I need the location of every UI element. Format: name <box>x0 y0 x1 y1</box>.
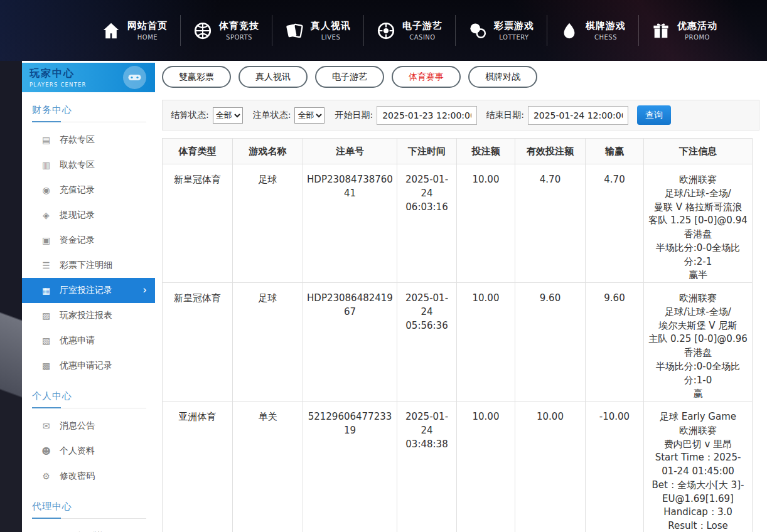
settle-status-label: 结算状态: <box>171 110 209 121</box>
main-content: 雙赢彩票 真人视讯 电子游艺 体育赛事 棋牌对战 结算状态: 全部 注单状态: … <box>162 61 759 532</box>
cell-bet-info: 欧洲联赛 足球/让球-全场/ 曼联 V 格拉斯哥流浪 客队 1.25 [0-0]… <box>644 164 753 283</box>
personal-menu: ✉ 消息公告 ☻ 个人资料 ⚙ 修改密码 <box>22 413 155 489</box>
sidebar-item-messages[interactable]: ✉ 消息公告 <box>22 413 155 439</box>
nav-label-lottery: 彩票游戏 LOTTERY <box>494 20 534 41</box>
cell-bet-id: 5212960647723319 <box>303 402 397 532</box>
top-nav-menu: 网站首页 HOME 体育竞技 SPORTS 真人视讯 LIVES <box>89 0 730 61</box>
cell-game-name: 单关 <box>233 402 303 532</box>
page-body: 玩家中心 PLAYERS CENTER 财务中心 ▤ 存款专区 ▥ 取款专区 ◉… <box>22 61 767 532</box>
cell-sport-type: 新皇冠体育 <box>163 283 233 402</box>
sidebar-item-label: 优惠申请 <box>60 335 95 346</box>
sidebar-item-change-password[interactable]: ⚙ 修改密码 <box>22 464 155 489</box>
nav-item-lottery[interactable]: 彩票游戏 LOTTERY <box>455 15 547 46</box>
end-date-input[interactable] <box>528 106 628 125</box>
cell-game-name: 足球 <box>233 164 303 283</box>
sidebar-item-promo-apply[interactable]: ▧ 优惠申请 <box>22 328 155 353</box>
cell-sport-type: 亚洲体育 <box>163 402 233 532</box>
cell-win-loss: 4.70 <box>586 164 644 283</box>
cell-win-loss: 9.60 <box>586 283 644 402</box>
nav-en-promo: PROMO <box>677 34 717 41</box>
sidebar-item-deposit[interactable]: ▤ 存款专区 <box>22 127 155 152</box>
nav-item-lives[interactable]: 真人视讯 LIVES <box>272 15 363 46</box>
cell-bet-time: 2025-01-24 06:03:16 <box>397 164 457 283</box>
profile-icon: ☻ <box>41 446 51 456</box>
settle-status-select[interactable]: 全部 <box>213 107 243 124</box>
player-bet-report-icon: ▨ <box>41 311 51 321</box>
sidebar-item-hall-bet-records[interactable]: ▦ 厅室投注记录 › <box>22 278 155 303</box>
nav-item-promo[interactable]: 优惠活动 PROMO <box>638 15 730 46</box>
gamepad-icon <box>123 66 146 89</box>
sidebar-item-withdrawal-records[interactable]: ◈ 提现记录 <box>22 203 155 228</box>
start-date-label: 开始日期: <box>335 110 373 121</box>
sidebar-item-label: 充值记录 <box>60 184 95 196</box>
top-nav: 网站首页 HOME 体育竞技 SPORTS 真人视讯 LIVES <box>0 0 767 61</box>
bet-records-table: 体育类型 游戏名称 注单号 下注时间 投注额 有效投注额 输赢 下注信息 新皇冠… <box>162 138 753 532</box>
cell-win-loss: -10.00 <box>586 402 644 532</box>
promo-apply-records-icon: ▩ <box>41 361 51 371</box>
chevron-right-icon: › <box>142 284 147 296</box>
sidebar-item-player-bet-report[interactable]: ▨ 玩家投注报表 <box>22 303 155 328</box>
sidebar-item-label: 修改密码 <box>60 471 95 482</box>
order-status-select[interactable]: 全部 <box>294 107 324 124</box>
start-date-input[interactable] <box>377 106 477 125</box>
nav-en-lottery: LOTTERY <box>494 34 534 41</box>
sidebar-item-funds-records[interactable]: ▣ 资金记录 <box>22 228 155 253</box>
nav-item-chess[interactable]: 棋牌游戏 CHESS <box>547 15 638 46</box>
sidebar-item-lottery-bet-details[interactable]: ☰ 彩票下注明细 <box>22 253 155 278</box>
cell-sport-type: 新皇冠体育 <box>163 164 233 283</box>
nav-item-casino[interactable]: 电子游艺 CASINO <box>363 15 455 46</box>
sidebar-item-recharge-records[interactable]: ◉ 充值记录 <box>22 178 155 203</box>
sidebar-item-withdraw[interactable]: ▥ 取款专区 <box>22 152 155 178</box>
nav-en-casino: CASINO <box>402 34 442 41</box>
nav-zh-home: 网站首页 <box>127 20 168 32</box>
col-sport-type: 体育类型 <box>163 139 233 164</box>
search-button[interactable]: 查询 <box>637 105 671 125</box>
cell-bet-amount: 10.00 <box>457 402 515 532</box>
player-center-header: 玩家中心 PLAYERS CENTER <box>22 63 155 92</box>
cell-valid-amount: 10.00 <box>515 402 586 532</box>
sidebar-section-agent: 代理中心 <box>32 489 146 519</box>
sidebar-item-profile[interactable]: ☻ 个人资料 <box>22 439 155 464</box>
recharge-records-icon: ◉ <box>41 185 51 195</box>
tab-casino[interactable]: 电子游艺 <box>315 66 384 88</box>
col-game-name: 游戏名称 <box>233 139 303 164</box>
deposit-icon: ▤ <box>41 135 51 145</box>
sidebar-item-label: 玩家投注报表 <box>60 310 112 321</box>
nav-zh-chess: 棋牌游戏 <box>586 20 626 32</box>
nav-label-promo: 优惠活动 PROMO <box>677 20 717 41</box>
sidebar-section-finance: 财务中心 <box>32 92 146 122</box>
cell-bet-amount: 10.00 <box>457 164 515 283</box>
nav-item-sports[interactable]: 体育竞技 SPORTS <box>180 15 272 46</box>
home-icon <box>102 21 121 40</box>
withdraw-icon: ▥ <box>41 160 51 170</box>
nav-en-chess: CHESS <box>586 34 626 41</box>
cell-game-name: 足球 <box>233 283 303 402</box>
sidebar-item-agent-rules[interactable]: ❏ 代理规则说明 <box>22 524 155 532</box>
col-bet-id: 注单号 <box>303 139 397 164</box>
sidebar-item-label: 彩票下注明细 <box>60 260 112 271</box>
nav-label-lives: 真人视讯 LIVES <box>311 20 351 41</box>
promo-icon <box>652 21 670 40</box>
sidebar-item-label: 消息公告 <box>60 420 95 432</box>
tab-lottery[interactable]: 雙赢彩票 <box>162 66 231 88</box>
col-win-loss: 输赢 <box>586 139 644 164</box>
cell-valid-amount: 9.60 <box>515 283 586 402</box>
agent-menu: ❏ 代理规则说明 <box>22 524 155 532</box>
sidebar-section-personal: 个人中心 <box>32 378 146 408</box>
sports-icon <box>193 21 212 40</box>
finance-menu: ▤ 存款专区 ▥ 取款专区 ◉ 充值记录 ◈ 提现记录 ▣ 资金记录 ☰ 彩票下… <box>22 127 155 378</box>
tab-live[interactable]: 真人视讯 <box>239 66 308 88</box>
nav-zh-lives: 真人视讯 <box>311 20 351 32</box>
sidebar-item-promo-apply-records[interactable]: ▩ 优惠申请记录 <box>22 353 155 378</box>
nav-label-sports: 体育竞技 SPORTS <box>219 20 259 41</box>
tab-sports[interactable]: 体育赛事 <box>392 66 461 88</box>
end-date-label: 结束日期: <box>486 110 524 121</box>
cell-bet-amount: 10.00 <box>457 283 515 402</box>
tab-chess[interactable]: 棋牌对战 <box>468 66 537 88</box>
nav-item-home[interactable]: 网站首页 HOME <box>89 15 180 46</box>
password-icon: ⚙ <box>41 471 51 481</box>
chess-icon <box>560 21 579 40</box>
category-tabs: 雙赢彩票 真人视讯 电子游艺 体育赛事 棋牌对战 <box>162 61 759 88</box>
col-bet-time: 下注时间 <box>397 139 457 164</box>
filter-bar: 结算状态: 全部 注单状态: 全部 开始日期: 结束日期: 查询 <box>162 100 759 130</box>
